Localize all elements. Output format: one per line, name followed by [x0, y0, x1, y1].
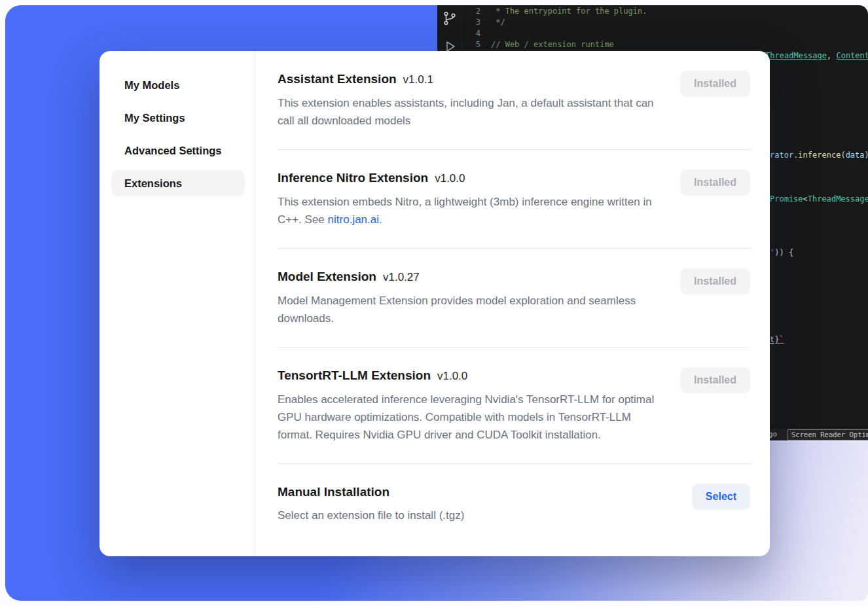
- manual-installation-title: Manual Installation: [278, 484, 464, 501]
- sidebar-item-my-settings[interactable]: My Settings: [111, 105, 245, 131]
- extension-row-assistant: Assistant Extensionv1.0.1 This extension…: [278, 71, 750, 130]
- extension-row-model: Model Extensionv1.0.27 Model Management …: [278, 268, 750, 327]
- extension-version: v1.0.0: [437, 370, 467, 382]
- extensions-panel: Assistant Extensionv1.0.1 This extension…: [255, 51, 770, 556]
- extension-name: Model Extension: [278, 270, 376, 283]
- row-divider: [278, 149, 750, 150]
- select-file-button[interactable]: Select: [692, 484, 750, 510]
- line-number: 3: [462, 17, 491, 28]
- extension-title: TensortRT-LLM Extensionv1.0.0: [278, 367, 656, 385]
- sidebar-item-my-models[interactable]: My Models: [111, 72, 245, 98]
- manual-installation-row: Manual Installation Select an extension …: [278, 484, 750, 524]
- extension-title: Assistant Extensionv1.0.1: [278, 71, 656, 88]
- extension-name: Inference Nitro Extension: [278, 171, 428, 185]
- extension-version: v1.0.0: [435, 172, 465, 185]
- extension-version: v1.0.27: [383, 271, 420, 283]
- code-fragment: ')) {: [770, 247, 793, 258]
- extension-row-tensorrt-llm: TensortRT-LLM Extensionv1.0.0 Enables ac…: [278, 367, 750, 444]
- nitro-jan-ai-link[interactable]: nitro.jan.ai.: [328, 213, 382, 226]
- code-fragment: rator.inference(data));: [770, 150, 868, 160]
- installed-button[interactable]: Installed: [680, 71, 750, 97]
- installed-button[interactable]: Installed: [680, 367, 750, 393]
- extension-name: Assistant Extension: [278, 72, 397, 86]
- line-number: 5: [462, 39, 491, 50]
- row-divider: [278, 463, 750, 464]
- code-line: 4: [462, 28, 868, 39]
- hero-gradient-background: 2 * The entrypoint for the plugin. 3 */ …: [5, 5, 868, 601]
- manual-installation-description: Select an extension file to install (.tg…: [278, 507, 464, 524]
- line-number: 4: [462, 28, 491, 39]
- line-number: 2: [462, 6, 491, 17]
- sidebar-item-extensions[interactable]: Extensions: [111, 170, 245, 196]
- extension-name: TensortRT-LLM Extension: [278, 368, 431, 382]
- code-fragment: t}`: [770, 334, 784, 345]
- screen-reader-optimized-badge: Screen Reader Optimize: [787, 429, 868, 440]
- sidebar-item-advanced-settings[interactable]: Advanced Settings: [111, 137, 245, 164]
- code-text: * The entrypoint for the plugin.: [491, 6, 647, 17]
- code-line: 3 */: [462, 17, 868, 28]
- row-divider: [278, 347, 750, 348]
- extension-title: Inference Nitro Extensionv1.0.0: [278, 169, 656, 187]
- extension-description: This extension embeds Nitro, a lightweig…: [278, 193, 656, 228]
- settings-modal: My Models My Settings Advanced Settings …: [99, 51, 770, 556]
- extension-version: v1.0.1: [403, 73, 433, 86]
- code-text: // Web / extension runtime: [491, 39, 614, 50]
- installed-button[interactable]: Installed: [680, 268, 750, 294]
- installed-button[interactable]: Installed: [680, 169, 750, 196]
- source-control-icon: [442, 10, 458, 28]
- extension-title: Model Extensionv1.0.27: [278, 268, 656, 286]
- row-divider: [278, 248, 750, 249]
- extension-description: Enables accelerated inference leveraging…: [278, 391, 656, 444]
- code-line: 5 // Web / extension runtime: [462, 39, 868, 50]
- extension-description: Model Management Extension provides mode…: [278, 292, 656, 327]
- settings-sidebar: My Models My Settings Advanced Settings …: [99, 51, 255, 556]
- extension-row-inference-nitro: Inference Nitro Extensionv1.0.0 This ext…: [278, 169, 750, 228]
- code-fragment: Promise<ThreadMessage>: [770, 194, 868, 204]
- code-line: 2 * The entrypoint for the plugin.: [462, 6, 868, 17]
- code-text: */: [491, 17, 505, 28]
- extension-description: This extension enables assistants, inclu…: [278, 94, 656, 130]
